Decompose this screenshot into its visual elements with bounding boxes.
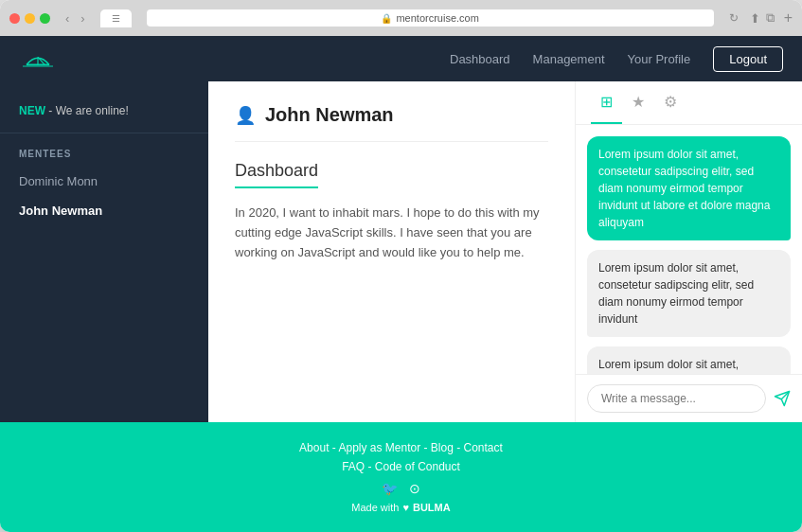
chat-input-area — [576, 374, 802, 422]
message-received-1: Lorem ipsum dolor sit amet, consetetur s… — [587, 250, 791, 337]
chat-tab-settings[interactable]: ⚙ — [654, 81, 686, 124]
user-name-heading: John Newman — [265, 104, 394, 126]
footer-social: 🐦 ⊙ — [19, 481, 783, 496]
new-label: NEW — [19, 104, 45, 117]
sidebar-section-title: MENTEES — [0, 149, 208, 167]
new-tab-button[interactable]: + — [784, 9, 793, 27]
sidebar: NEW - We are online! MENTEES Dominic Mon… — [0, 81, 208, 422]
top-nav: Dashboard Management Your Profile Logout — [0, 36, 802, 81]
main-panel: 👤 John Newman Dashboard In 2020, I want … — [208, 81, 575, 422]
message-text-1: Lorem ipsum dolor sit amet, consetetur s… — [598, 148, 770, 229]
message-input[interactable] — [587, 384, 766, 413]
lock-icon: 🔒 — [381, 13, 392, 24]
chat-tab-grid[interactable]: ⊞ — [591, 81, 622, 124]
footer-links: About - Apply as Mentor - Blog - Contact — [19, 441, 783, 454]
made-with-text: Made with — [351, 502, 399, 513]
bulma-label: BULMA — [413, 502, 451, 513]
forward-button[interactable]: › — [77, 9, 88, 27]
traffic-lights — [9, 13, 50, 24]
back-button[interactable]: ‹ — [62, 9, 73, 27]
app: Dashboard Management Your Profile Logout… — [0, 36, 802, 532]
sidebar-divider — [0, 133, 208, 133]
logout-button[interactable]: Logout — [713, 46, 783, 72]
content-area: 👤 John Newman Dashboard In 2020, I want … — [208, 81, 802, 422]
send-button[interactable] — [774, 390, 791, 407]
footer: About - Apply as Mentor - Blog - Contact… — [0, 422, 802, 532]
new-text: - We are online! — [45, 104, 129, 117]
sidebar-item-dominic[interactable]: Dominic Monn — [0, 167, 208, 196]
close-button[interactable] — [9, 13, 20, 24]
dashboard-nav-link[interactable]: Dashboard — [450, 52, 510, 66]
dashboard-text: In 2020, I want to inhabit mars. I hope … — [235, 204, 548, 262]
message-text-2: Lorem ipsum dolor sit amet, consetetur s… — [598, 261, 754, 326]
chat-messages: Lorem ipsum dolor sit amet, consetetur s… — [576, 125, 802, 374]
footer-links2: FAQ - Code of Conduct — [19, 460, 783, 473]
browser-tab[interactable]: ☰ — [100, 9, 132, 27]
browser-chrome: ‹ › ☰ 🔒 mentorcruise.com ↻ ⬆ ⧉ + — [0, 0, 802, 36]
nav-links: Dashboard Management Your Profile Logout — [450, 46, 783, 72]
browser-actions: ⬆ ⧉ — [750, 10, 775, 26]
refresh-button[interactable]: ↻ — [729, 11, 739, 25]
browser-nav: ‹ › — [62, 9, 89, 27]
footer-made-with: Made with ♥ BULMA — [19, 502, 783, 513]
user-header: 👤 John Newman — [235, 104, 548, 142]
chat-tab-star[interactable]: ★ — [622, 81, 654, 124]
tab-icon: ☰ — [112, 13, 120, 24]
bookmark-button[interactable]: ⧉ — [766, 10, 775, 26]
browser-window: ‹ › ☰ 🔒 mentorcruise.com ↻ ⬆ ⧉ + — [0, 0, 802, 532]
sidebar-item-john[interactable]: John Newman — [0, 196, 208, 225]
profile-nav-link[interactable]: Your Profile — [628, 52, 691, 66]
dashboard-title: Dashboard — [235, 161, 318, 188]
new-badge: NEW - We are online! — [0, 97, 208, 133]
maximize-button[interactable] — [40, 13, 50, 24]
twitter-icon[interactable]: 🐦 — [382, 481, 398, 496]
github-icon[interactable]: ⊙ — [409, 481, 420, 496]
message-sent-1: Lorem ipsum dolor sit amet, consetetur s… — [587, 136, 791, 240]
message-text-3: Lorem ipsum dolor sit amet, consetetur s… — [598, 358, 754, 374]
address-text: mentorcruise.com — [396, 12, 478, 24]
logo — [19, 44, 57, 74]
address-bar[interactable]: 🔒 mentorcruise.com — [147, 9, 714, 27]
message-received-2: Lorem ipsum dolor sit amet, consetetur s… — [587, 346, 791, 374]
management-nav-link[interactable]: Management — [533, 52, 605, 66]
share-button[interactable]: ⬆ — [750, 10, 760, 26]
main-layout: NEW - We are online! MENTEES Dominic Mon… — [0, 81, 802, 422]
minimize-button[interactable] — [25, 13, 35, 24]
chat-tabs: ⊞ ★ ⚙ — [576, 81, 802, 125]
chat-panel: ⊞ ★ ⚙ Lorem ipsum dolor sit amet, conset… — [575, 81, 802, 422]
user-icon: 👤 — [235, 105, 256, 126]
